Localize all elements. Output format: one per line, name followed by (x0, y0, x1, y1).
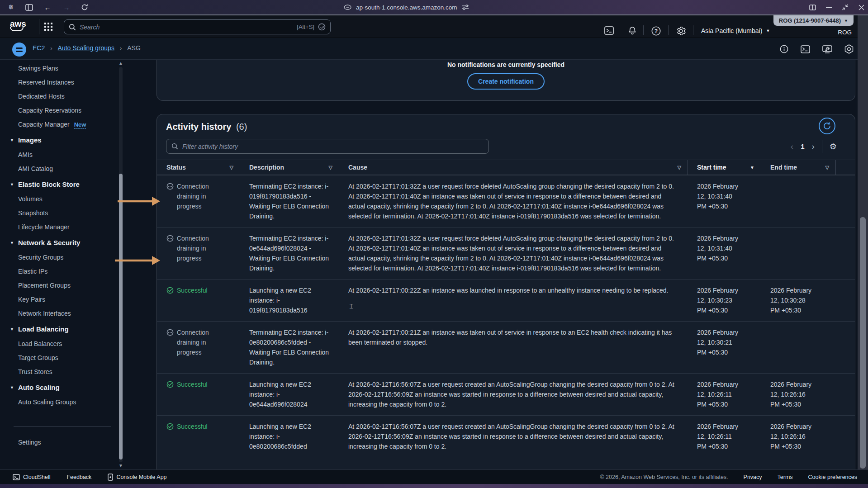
sidebar-item-ami-catalog[interactable]: AMI Catalog (0, 162, 115, 176)
column-header-start-time[interactable]: Start time▼ (688, 160, 761, 175)
table-row[interactable]: Connection draining in progressTerminati… (157, 321, 855, 373)
support-tools-icon[interactable] (822, 45, 832, 53)
sidebar-item-capacity-reservations[interactable]: Capacity Reservations (0, 104, 115, 118)
cell-cause: At 2026-02-12T16:56:07Z a user request c… (339, 416, 688, 457)
table-preferences-gear-icon[interactable]: ⚙ (830, 142, 837, 152)
filter-funnel-icon[interactable]: ▽ (825, 165, 829, 171)
sidebar-item-dedicated-hosts[interactable]: Dedicated Hosts (0, 90, 115, 104)
footer-console-mobile-app[interactable]: Console Mobile App (108, 474, 166, 481)
reload-icon[interactable] (81, 4, 88, 11)
filter-funnel-icon[interactable]: ▽ (678, 165, 681, 171)
previous-page-icon[interactable]: ‹ (791, 142, 793, 151)
table-row[interactable]: SuccessfulLaunching a new EC2 instance: … (157, 279, 855, 321)
in-progress-icon (166, 183, 174, 193)
page-scrollbar-thumb[interactable] (860, 217, 866, 469)
sidebar-item-lifecycle-manager[interactable]: Lifecycle Manager (0, 220, 115, 234)
column-header-description[interactable]: Description▽ (240, 160, 339, 175)
sort-descending-icon[interactable]: ▼ (750, 165, 754, 170)
filter-funnel-icon[interactable]: ▽ (230, 165, 233, 171)
account-chip[interactable]: ROG (1214-9007-6448) ▼ (773, 15, 854, 26)
aws-console-header: aws Search [Alt+S] ? Asia Pacific (Mumba… (0, 15, 868, 38)
sidebar-section-header[interactable]: ▼Elastic Block Store (0, 176, 115, 192)
sidebar-item-amis[interactable]: AMIs (0, 148, 115, 162)
sub-header: EC2 › Auto Scaling groups › ASG (0, 38, 868, 60)
help-icon[interactable]: ? (651, 26, 661, 36)
nav-menu-button[interactable] (12, 43, 26, 57)
sidebar-item-label: Load Balancers (18, 340, 62, 347)
table-row[interactable]: Connection draining in progressTerminati… (157, 175, 855, 227)
split-view-icon[interactable] (809, 5, 816, 10)
settings-gear-icon[interactable] (676, 26, 686, 36)
sidebar-section-header[interactable]: ▼Images (0, 132, 115, 148)
sidebar-item-security-groups[interactable]: Security Groups (0, 251, 115, 265)
sidebar-navigation: Savings PlansReserved InstancesDedicated… (0, 60, 136, 469)
current-page-number[interactable]: 1 (801, 142, 804, 150)
sidebar-item-savings-plans[interactable]: Savings Plans (0, 62, 115, 76)
cell-end-time (761, 175, 821, 227)
sidebar-item-placement-groups[interactable]: Placement Groups (0, 279, 115, 293)
back-icon[interactable]: ← (43, 4, 52, 11)
services-grid-icon[interactable] (44, 23, 53, 31)
footer-terms[interactable]: Terms (778, 474, 793, 480)
cell-end-time: 2026 February 12, 10:26:16 PM +05:30 (761, 416, 821, 457)
sidebar-item-label: Volumes (18, 195, 43, 203)
sidebar-scrollbar-thumb[interactable] (119, 174, 123, 460)
aws-logo[interactable]: aws (10, 20, 26, 31)
sidebar-item-reserved-instances[interactable]: Reserved Instances (0, 76, 115, 90)
sidebar-section-header[interactable]: ▼Auto Scaling (0, 379, 115, 395)
filter-funnel-icon[interactable]: ▽ (329, 165, 332, 171)
console-search-input[interactable]: Search [Alt+S] (64, 19, 331, 34)
footer-cookie-preferences[interactable]: Cookie preferences (808, 474, 857, 480)
sidebar-section-header[interactable]: ▼Load Balancing (0, 321, 115, 337)
column-header-cause[interactable]: Cause▽ (339, 160, 688, 175)
column-header-end-time[interactable]: End time▽ (761, 160, 836, 175)
sidebar-item-settings[interactable]: Settings (18, 439, 41, 446)
account-name[interactable]: ROG (838, 29, 852, 36)
footer-cloudshell[interactable]: CloudShell (13, 474, 50, 480)
site-info-icon[interactable] (344, 5, 351, 10)
url-settings-icon[interactable] (462, 4, 469, 10)
chevron-right-icon: › (120, 45, 122, 52)
breadcrumb-ec2[interactable]: EC2 (33, 44, 45, 52)
create-notification-button[interactable]: Create notification (467, 73, 545, 90)
sidebar-toggle-icon[interactable] (25, 4, 33, 11)
sidebar-scroll-up-icon[interactable]: ▲ (119, 61, 123, 66)
sidebar-scroll-down-icon[interactable]: ▼ (119, 463, 123, 468)
cloudshell-icon[interactable] (604, 26, 614, 35)
cell-start-time: 2026 February 12, 10:30:23 PM +05:30 (688, 280, 748, 321)
sidebar-item-capacity-manager[interactable]: Capacity ManagerNew (0, 118, 115, 132)
footer-privacy[interactable]: Privacy (744, 474, 762, 480)
close-icon[interactable] (859, 5, 864, 10)
next-page-icon[interactable]: › (812, 142, 815, 151)
region-selector[interactable]: Asia Pacific (Mumbai) ▼ (701, 27, 770, 34)
sidebar-item-target-groups[interactable]: Target Groups (0, 351, 115, 365)
sidebar-item-elastic-ips[interactable]: Elastic IPs (0, 265, 115, 279)
success-icon (166, 381, 174, 391)
filter-activity-input[interactable]: Filter activity history (166, 139, 489, 154)
forward-icon[interactable]: → (62, 4, 71, 11)
footer-feedback[interactable]: Feedback (66, 474, 91, 480)
breadcrumb-auto-scaling-groups[interactable]: Auto Scaling groups (58, 44, 114, 52)
table-row[interactable]: SuccessfulLaunching a new EC2 instance: … (157, 415, 855, 457)
sidebar-item-trust-stores[interactable]: Trust Stores (0, 365, 115, 379)
notifications-bell-icon[interactable] (628, 26, 637, 35)
refresh-button[interactable] (819, 118, 835, 134)
minimize-icon[interactable] (826, 7, 832, 8)
info-icon[interactable] (780, 45, 788, 53)
sidebar-item-snapshots[interactable]: Snapshots (0, 206, 115, 220)
sidebar-item-auto-scaling-groups[interactable]: Auto Scaling Groups (0, 395, 115, 409)
section-caret-icon: ▼ (10, 385, 14, 390)
restore-icon[interactable] (842, 4, 849, 10)
sidebar-item-load-balancers[interactable]: Load Balancers (0, 337, 115, 351)
notifications-empty-text: No notifications are currently specified (157, 61, 855, 68)
table-row[interactable]: Connection draining in progressTerminati… (157, 227, 855, 279)
cloudshell-panel-icon[interactable] (801, 45, 810, 53)
sidebar-item-volumes[interactable]: Volumes (0, 192, 115, 206)
table-row[interactable]: SuccessfulLaunching a new EC2 instance: … (157, 373, 855, 415)
sidebar-item-key-pairs[interactable]: Key Pairs (0, 293, 115, 307)
health-icon[interactable] (844, 44, 854, 54)
sidebar-section-header[interactable]: ▼Network & Security (0, 234, 115, 251)
sidebar-item-network-interfaces[interactable]: Network Interfaces (0, 307, 115, 321)
url-text[interactable]: ap-south-1.console.aws.amazon.com (356, 4, 457, 11)
column-header-status[interactable]: Status▽ (157, 160, 240, 175)
